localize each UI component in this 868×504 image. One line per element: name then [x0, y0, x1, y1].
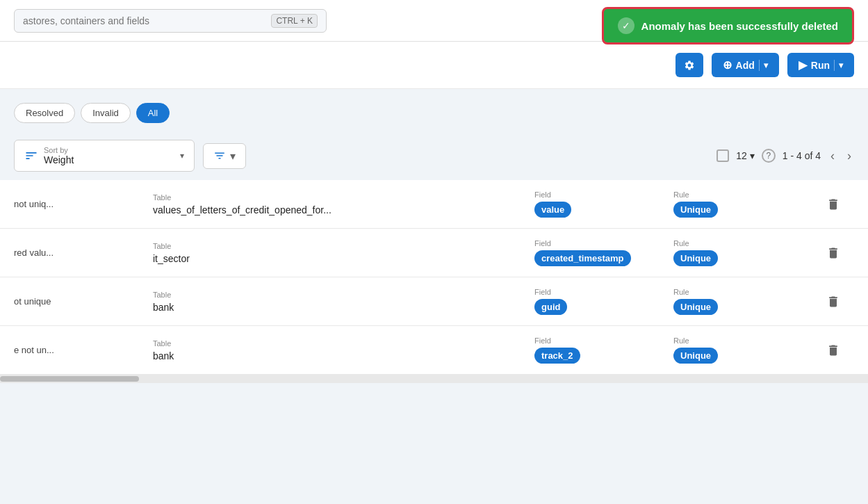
- delete-button-3[interactable]: [812, 295, 854, 309]
- field-cell-3: Field guid: [534, 288, 673, 315]
- sort-dropdown[interactable]: Sort by Weight ▾: [14, 140, 195, 172]
- rule-cell-4: Rule Unique: [673, 336, 812, 364]
- table-row: not uniq... Table values_of_letters_of_c…: [0, 180, 868, 229]
- sort-chevron-icon: ▾: [180, 151, 184, 161]
- page-info: 1 - 4 of 4: [783, 150, 821, 161]
- filter-tabs: Resolved Invalid All: [0, 89, 868, 134]
- delete-button-2[interactable]: [812, 246, 854, 260]
- divider: [759, 60, 760, 71]
- add-button[interactable]: ⊕ Add ▾: [712, 53, 779, 77]
- select-all-checkbox[interactable]: [716, 149, 729, 162]
- table-cell-1: Table values_of_letters_of_credit_opened…: [153, 193, 534, 216]
- anomaly-table: not uniq... Table values_of_letters_of_c…: [0, 180, 868, 375]
- run-chevron-icon: ▾: [839, 60, 843, 70]
- filter-chevron-icon: ▾: [230, 149, 236, 163]
- settings-button[interactable]: [675, 53, 703, 77]
- field-cell-1: Field value: [534, 190, 673, 218]
- table-cell-2: Table it_sector: [153, 242, 534, 264]
- table-row: e not un... Table bank Field track_2 Rul…: [0, 326, 868, 375]
- search-input[interactable]: [23, 15, 265, 26]
- add-icon: ⊕: [723, 58, 732, 72]
- sort-icon: [24, 149, 38, 163]
- rule-cell-1: Rule Unique: [673, 190, 812, 218]
- table-row: ot unique Table bank Field guid Rule Uni…: [0, 277, 868, 326]
- description-cell: ot unique: [14, 296, 153, 307]
- delete-button-4[interactable]: [812, 343, 854, 357]
- description-cell: not uniq...: [14, 199, 153, 209]
- tab-resolved[interactable]: Resolved: [14, 103, 75, 123]
- top-bar: CTRL + K ✓ Anomaly has been successfully…: [0, 0, 868, 42]
- field-cell-4: Field track_2: [534, 336, 673, 364]
- run-button[interactable]: ▶ Run ▾: [787, 53, 854, 77]
- rule-cell-2: Rule Unique: [673, 239, 812, 266]
- description-cell: red valu...: [14, 247, 153, 258]
- table-cell-4: Table bank: [153, 339, 534, 361]
- prev-page-button[interactable]: ‹: [828, 146, 837, 166]
- sort-filter-bar: Sort by Weight ▾ ▾ 12 ▾ ? 1 - 4 of 4 ‹ ›: [0, 134, 868, 180]
- delete-button-1[interactable]: [812, 197, 854, 211]
- help-icon[interactable]: ?: [762, 149, 776, 163]
- divider: [834, 60, 835, 71]
- check-icon: ✓: [618, 17, 634, 34]
- field-cell-2: Field created_timestamp: [534, 239, 673, 266]
- table-row: red valu... Table it_sector Field create…: [0, 229, 868, 277]
- add-chevron-icon: ▾: [764, 60, 768, 70]
- page-size-chevron-icon: ▾: [750, 150, 755, 161]
- keyboard-shortcut: CTRL + K: [271, 14, 318, 28]
- description-cell: e not un...: [14, 345, 153, 355]
- tab-all[interactable]: All: [136, 103, 170, 123]
- filter-button[interactable]: ▾: [203, 143, 246, 169]
- content-area: Resolved Invalid All Sort by Weight ▾ ▾: [0, 89, 868, 383]
- run-icon: ▶: [799, 58, 807, 72]
- table-cell-3: Table bank: [153, 291, 534, 313]
- next-page-button[interactable]: ›: [844, 146, 854, 166]
- rule-cell-3: Rule Unique: [673, 288, 812, 315]
- sort-text: Sort by Weight: [44, 146, 174, 165]
- pagination-controls: 12 ▾ ? 1 - 4 of 4 ‹ ›: [716, 146, 854, 166]
- search-box[interactable]: CTRL + K: [14, 9, 327, 33]
- tab-invalid[interactable]: Invalid: [81, 103, 131, 123]
- action-bar: ⊕ Add ▾ ▶ Run ▾: [0, 42, 868, 89]
- success-notification: ✓ Anomaly has been successfully deleted: [602, 7, 854, 44]
- page-size-select[interactable]: 12 ▾: [736, 150, 755, 161]
- notification-message: Anomaly has been successfully deleted: [641, 20, 838, 32]
